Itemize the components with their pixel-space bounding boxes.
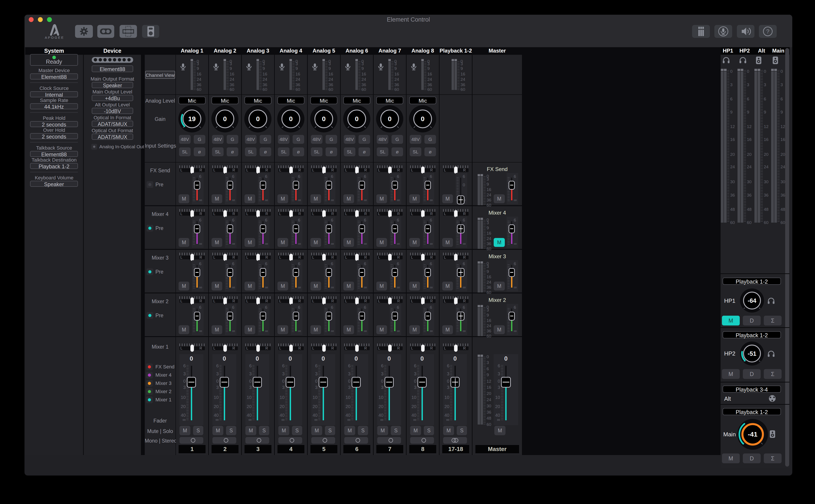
send-pan-handle[interactable] (388, 167, 392, 174)
monitor-sum-button[interactable]: Σ (764, 369, 782, 379)
mono-button[interactable] (179, 437, 203, 444)
send-mute-button[interactable]: M (212, 238, 222, 247)
master-send-mute-button[interactable]: M (494, 282, 505, 291)
solo-button[interactable]: S (259, 426, 269, 435)
solo-button[interactable]: S (325, 426, 335, 435)
send-mute-button[interactable]: M (343, 325, 354, 334)
soft-limit-button[interactable]: SL (212, 147, 224, 156)
send-pan-handle[interactable] (355, 254, 359, 261)
send-fader-handle[interactable] (326, 312, 332, 321)
send-fader-handle[interactable] (293, 181, 299, 190)
send-pan-handle[interactable] (322, 210, 326, 217)
mute-button[interactable]: M (278, 426, 289, 435)
group-button[interactable]: G (194, 135, 205, 144)
send-fader-handle[interactable] (392, 268, 398, 277)
phantom-48v-button[interactable]: 48V (179, 135, 191, 144)
fader-handle[interactable] (253, 377, 262, 388)
send-fader-handle[interactable] (359, 312, 365, 321)
device-field-value[interactable]: -10dBV (92, 108, 133, 114)
soft-limit-button[interactable]: SL (245, 147, 257, 156)
solo-button[interactable]: S (457, 426, 467, 435)
send-pan-handle[interactable] (256, 297, 260, 305)
send-fader-handle[interactable] (359, 268, 365, 277)
fader-handle[interactable] (220, 377, 229, 388)
send-fader-handle[interactable] (260, 312, 266, 321)
mixer1-pan-handle[interactable] (322, 345, 326, 352)
send-pan-handle[interactable] (223, 297, 227, 305)
send-fader-handle[interactable] (227, 268, 233, 277)
send-mute-button[interactable]: M (277, 282, 288, 291)
send-pan-handle[interactable] (190, 297, 194, 305)
send-fader-handle[interactable] (326, 181, 332, 190)
solo-button[interactable]: S (226, 426, 236, 435)
group-button[interactable]: G (359, 135, 370, 144)
analog-level-select[interactable]: Mic (343, 97, 370, 104)
send-mute-button[interactable]: M (409, 325, 420, 334)
system-field-value[interactable]: Internal (30, 91, 78, 97)
send-mute-button[interactable]: M (409, 194, 420, 203)
polarity-button[interactable]: ø (326, 147, 337, 156)
send-pan-handle[interactable] (223, 210, 227, 217)
send-pan-handle[interactable] (256, 210, 260, 217)
send-fader-handle[interactable] (260, 181, 266, 190)
send-mute-button[interactable]: M (376, 282, 387, 291)
send-fader-handle[interactable] (509, 224, 515, 233)
send-mute-button[interactable]: M (212, 325, 222, 334)
send-mute-button[interactable]: M (343, 238, 354, 247)
gain-knob[interactable]: 0 (343, 105, 371, 133)
send-fader-handle[interactable] (457, 312, 465, 321)
send-pan-handle[interactable] (388, 254, 392, 261)
mixer1-pan-handle[interactable] (190, 345, 194, 352)
monitor-sum-button[interactable]: Σ (764, 316, 782, 325)
mixer1-pan-handle[interactable] (421, 345, 425, 352)
polarity-button[interactable]: ø (424, 147, 436, 156)
gain-knob[interactable]: 19 (178, 105, 206, 133)
send-mute-button[interactable]: M (277, 238, 288, 247)
send-fader-handle[interactable] (227, 312, 233, 321)
send-pan-handle[interactable] (454, 254, 458, 261)
fader-handle[interactable] (286, 377, 295, 388)
mono-button[interactable] (377, 437, 401, 444)
send-pan-handle[interactable] (289, 167, 293, 174)
send-mute-button[interactable]: M (212, 282, 222, 291)
send-mute-button[interactable]: M (310, 282, 321, 291)
send-pan-handle[interactable] (421, 297, 425, 305)
soft-limit-button[interactable]: SL (278, 147, 289, 156)
phantom-48v-button[interactable]: 48V (377, 135, 388, 144)
master-send-mute-button[interactable]: M (494, 238, 505, 247)
system-field-value[interactable]: Playback 1-2 (30, 163, 78, 169)
mixer1-pan-handle[interactable] (454, 345, 458, 352)
system-field-value[interactable]: Speaker (30, 181, 78, 187)
polarity-button[interactable]: ø (227, 147, 238, 156)
mute-button[interactable]: M (410, 426, 421, 435)
monitor-dim-button[interactable]: D (743, 453, 761, 463)
gain-knob[interactable]: 0 (376, 105, 403, 133)
mixer-view-button[interactable] (120, 25, 137, 38)
send-mute-button[interactable]: M (310, 194, 321, 203)
mixer1-pan-handle[interactable] (289, 345, 293, 352)
master-send-mute-button[interactable]: M (494, 194, 505, 203)
send-fader-handle[interactable] (425, 268, 431, 277)
mono-button[interactable] (410, 437, 434, 444)
send-mute-button[interactable]: M (343, 282, 354, 291)
solo-button[interactable]: S (358, 426, 368, 435)
fader-handle[interactable] (352, 377, 361, 388)
send-fader-handle[interactable] (359, 181, 365, 190)
send-fader-handle[interactable] (425, 224, 431, 233)
settings-gear-button[interactable] (75, 25, 93, 38)
send-mute-button[interactable]: M (277, 194, 288, 203)
group-button[interactable]: G (424, 135, 436, 144)
send-fader-handle[interactable] (194, 268, 200, 277)
send-pan-handle[interactable] (322, 254, 326, 261)
solo-button[interactable]: S (193, 426, 203, 435)
send-pan-handle[interactable] (223, 254, 227, 261)
monitor-mute-button[interactable]: M (722, 453, 740, 463)
send-fader-handle[interactable] (227, 181, 233, 190)
send-fader-handle[interactable] (260, 224, 266, 233)
group-button[interactable]: G (326, 135, 337, 144)
send-mute-button[interactable]: M (442, 194, 453, 203)
system-field-value[interactable]: 44.1kHz (30, 103, 78, 109)
send-pan-handle[interactable] (454, 167, 458, 174)
send-pan-handle[interactable] (289, 297, 293, 305)
send-fader-handle[interactable] (425, 312, 431, 321)
